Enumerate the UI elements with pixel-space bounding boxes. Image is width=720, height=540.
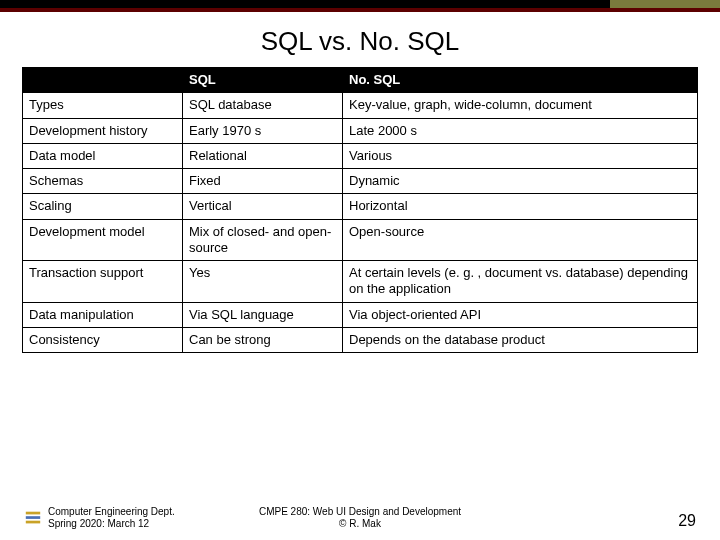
row-nosql: Key-value, graph, wide-column, document (343, 93, 698, 118)
row-sql: Via SQL language (183, 302, 343, 327)
row-sql: SQL database (183, 93, 343, 118)
sjsu-logo-icon (24, 509, 42, 527)
svg-rect-0 (26, 512, 40, 515)
table-header-nosql: No. SQL (343, 68, 698, 93)
table-row: Development history Early 1970 s Late 20… (23, 118, 698, 143)
decor-maroon-bar (0, 8, 720, 12)
table-row: Data model Relational Various (23, 143, 698, 168)
footer-dept: Computer Engineering Dept. Spring 2020: … (48, 506, 175, 530)
table-row: Development model Mix of closed- and ope… (23, 219, 698, 261)
table-row: Data manipulation Via SQL language Via o… (23, 302, 698, 327)
comparison-table: SQL No. SQL Types SQL database Key-value… (22, 67, 698, 353)
slide-footer: Computer Engineering Dept. Spring 2020: … (0, 506, 720, 530)
table-row: Consistency Can be strong Depends on the… (23, 327, 698, 352)
table-header-empty (23, 68, 183, 93)
row-nosql: Various (343, 143, 698, 168)
footer-center: CMPE 280: Web UI Design and Development … (259, 506, 461, 530)
footer-dept-line1: Computer Engineering Dept. (48, 506, 175, 518)
row-sql: Mix of closed- and open-source (183, 219, 343, 261)
footer-dept-line2: Spring 2020: March 12 (48, 518, 175, 530)
comparison-table-wrap: SQL No. SQL Types SQL database Key-value… (0, 67, 720, 353)
row-nosql: Open-source (343, 219, 698, 261)
row-nosql: Horizontal (343, 194, 698, 219)
footer-course: CMPE 280: Web UI Design and Development (259, 506, 461, 518)
table-row: Transaction support Yes At certain level… (23, 261, 698, 303)
row-sql: Yes (183, 261, 343, 303)
row-nosql: Late 2000 s (343, 118, 698, 143)
row-label: Data manipulation (23, 302, 183, 327)
table-row: Types SQL database Key-value, graph, wid… (23, 93, 698, 118)
row-nosql: Dynamic (343, 169, 698, 194)
decor-top-olive-segment (610, 0, 720, 8)
row-label: Development model (23, 219, 183, 261)
svg-rect-1 (26, 516, 40, 519)
row-sql: Fixed (183, 169, 343, 194)
row-label: Types (23, 93, 183, 118)
row-nosql: Depends on the database product (343, 327, 698, 352)
row-sql: Can be strong (183, 327, 343, 352)
row-label: Schemas (23, 169, 183, 194)
svg-rect-2 (26, 521, 40, 524)
row-sql: Relational (183, 143, 343, 168)
table-header-sql: SQL (183, 68, 343, 93)
row-label: Development history (23, 118, 183, 143)
slide-title: SQL vs. No. SQL (0, 26, 720, 57)
table-row: Scaling Vertical Horizontal (23, 194, 698, 219)
row-label: Data model (23, 143, 183, 168)
row-label: Scaling (23, 194, 183, 219)
row-sql: Early 1970 s (183, 118, 343, 143)
row-nosql: Via object-oriented API (343, 302, 698, 327)
row-label: Consistency (23, 327, 183, 352)
page-number: 29 (678, 512, 696, 530)
decor-top-black-bar (0, 0, 720, 8)
row-sql: Vertical (183, 194, 343, 219)
footer-copyright: © R. Mak (259, 518, 461, 530)
table-row: Schemas Fixed Dynamic (23, 169, 698, 194)
row-nosql: At certain levels (e. g. , document vs. … (343, 261, 698, 303)
row-label: Transaction support (23, 261, 183, 303)
table-header-row: SQL No. SQL (23, 68, 698, 93)
